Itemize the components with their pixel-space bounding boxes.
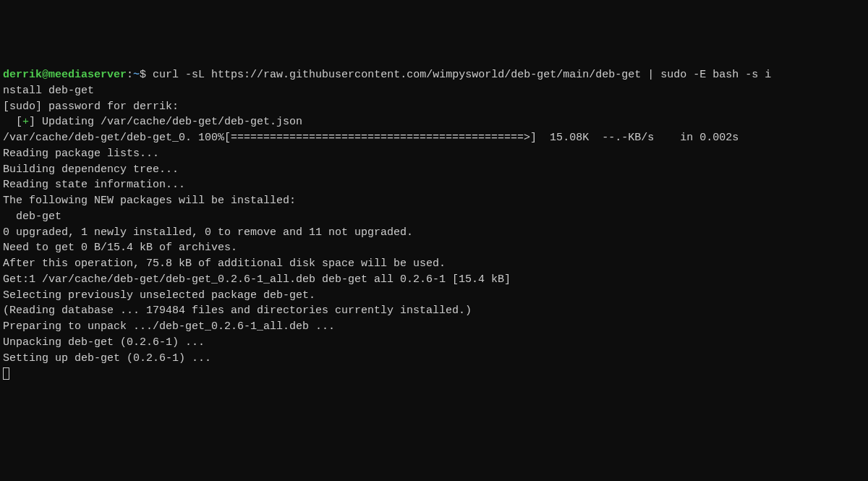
output-line: After this operation, 75.8 kB of additio… (3, 256, 865, 272)
output-line: Unpacking deb-get (0.2.6-1) ... (3, 335, 865, 351)
output-line: (Reading database ... 179484 files and d… (3, 303, 865, 319)
bracket-post: ] Updating /var/cache/deb-get/deb-get.js… (29, 116, 302, 128)
output-line: deb-get (3, 209, 865, 225)
output-line: 0 upgraded, 1 newly installed, 0 to remo… (3, 225, 865, 241)
output-line: Building dependency tree... (3, 162, 865, 178)
output-line: Reading package lists... (3, 146, 865, 162)
output-line: Selecting previously unselected package … (3, 288, 865, 304)
output-line: nstall deb-get (3, 83, 865, 99)
output-line: Preparing to unpack .../deb-get_0.2.6-1_… (3, 319, 865, 335)
output-line: The following NEW packages will be insta… (3, 193, 865, 209)
output-line: Get:1 /var/cache/deb-get/deb-get_0.2.6-1… (3, 272, 865, 288)
plus-icon: + (22, 116, 29, 128)
command-text: curl -sL https://raw.githubusercontent.c… (153, 69, 771, 81)
prompt-line: derrik@meediaserver:~$ curl -sL https://… (3, 67, 865, 83)
cursor-line (3, 366, 865, 382)
output-line: [sudo] password for derrik: (3, 99, 865, 115)
terminal-output[interactable]: derrik@meediaserver:~$ curl -sL https://… (3, 67, 865, 382)
prompt-path: ~ (133, 69, 140, 81)
prompt-dollar: $ (140, 69, 153, 81)
prompt-user-host: derrik@meediaserver (3, 69, 127, 81)
output-line: Setting up deb-get (0.2.6-1) ... (3, 351, 865, 367)
prompt-colon: : (127, 69, 133, 81)
bracket-pre: [ (3, 116, 22, 128)
output-line: /var/cache/deb-get/deb-get_0. 100%[=====… (3, 130, 865, 146)
cursor-icon (3, 367, 9, 380)
output-line: [+] Updating /var/cache/deb-get/deb-get.… (3, 114, 865, 130)
output-line: Reading state information... (3, 177, 865, 193)
output-line: Need to get 0 B/15.4 kB of archives. (3, 240, 865, 256)
